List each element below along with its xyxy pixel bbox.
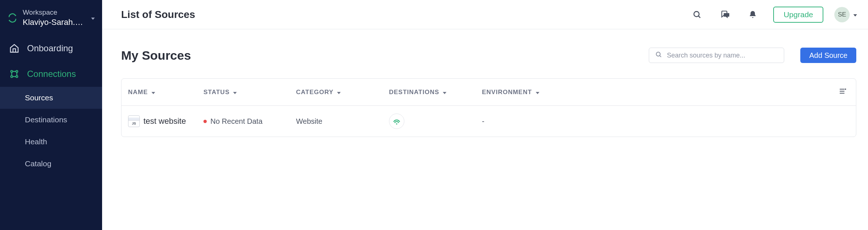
upgrade-button[interactable]: Upgrade <box>773 7 823 23</box>
col-status[interactable]: STATUS <box>197 88 289 96</box>
table-body: JS test website No Recent Data Website <box>121 106 856 137</box>
col-name[interactable]: NAME <box>121 88 197 96</box>
sources-table: NAME STATUS CATEGORY DESTINATIONS ENVIRO… <box>121 78 856 137</box>
subnav-health[interactable]: Health <box>0 131 102 153</box>
workspace-switcher[interactable]: Workspace Klaviyo-Sarah.eb... <box>0 0 102 36</box>
connections-icon <box>8 68 20 80</box>
app-logo-icon <box>7 13 18 23</box>
subnav-destinations[interactable]: Destinations <box>0 109 102 131</box>
col-category[interactable]: CATEGORY <box>289 88 382 96</box>
main: List of Sources Upgrade SE My Sources <box>102 0 868 230</box>
search-input[interactable] <box>667 52 778 59</box>
svg-point-7 <box>656 52 661 56</box>
nav-connections[interactable]: Connections <box>0 61 102 87</box>
svg-point-8 <box>396 123 397 125</box>
chevron-down-icon <box>91 15 95 21</box>
sort-icon <box>151 88 155 96</box>
category-text: Website <box>296 117 322 126</box>
sidebar: Workspace Klaviyo-Sarah.eb... Onboarding… <box>0 0 102 230</box>
source-name: test website <box>143 116 186 126</box>
col-environment[interactable]: ENVIRONMENT <box>475 88 541 96</box>
svg-point-0 <box>15 15 16 16</box>
svg-point-1 <box>9 20 10 21</box>
chat-icon[interactable] <box>718 7 732 22</box>
topbar: List of Sources Upgrade SE <box>102 0 868 29</box>
col-destinations-label: DESTINATIONS <box>389 89 439 96</box>
svg-point-3 <box>16 71 18 73</box>
subnav-sources[interactable]: Sources <box>0 87 102 109</box>
nav-connections-label: Connections <box>27 69 76 79</box>
nav-onboarding-label: Onboarding <box>27 43 73 53</box>
svg-point-5 <box>16 76 18 78</box>
table-row[interactable]: JS test website No Recent Data Website <box>121 106 856 137</box>
source-type-icon: JS <box>128 115 140 127</box>
col-environment-label: ENVIRONMENT <box>482 89 532 96</box>
home-icon <box>8 42 20 55</box>
svg-point-4 <box>11 76 12 78</box>
sort-icon <box>337 88 341 96</box>
status-dot-icon <box>203 120 207 123</box>
nav-onboarding[interactable]: Onboarding <box>0 36 102 61</box>
status-text: No Recent Data <box>210 117 262 126</box>
chevron-down-icon <box>853 11 857 18</box>
topbar-actions <box>690 7 760 22</box>
bell-icon[interactable] <box>745 7 760 22</box>
section-title: My Sources <box>121 48 191 63</box>
col-destinations[interactable]: DESTINATIONS <box>382 88 475 96</box>
section-header: My Sources Add Source <box>121 48 856 63</box>
svg-point-2 <box>11 71 12 73</box>
col-settings[interactable] <box>541 87 856 97</box>
add-source-button[interactable]: Add Source <box>800 48 856 63</box>
search-icon <box>655 51 662 60</box>
subnav-catalog[interactable]: Catalog <box>0 153 102 175</box>
environment-text: - <box>482 117 484 126</box>
workspace-label: Workspace <box>23 8 86 17</box>
svg-point-6 <box>694 11 699 16</box>
sort-icon <box>233 88 237 96</box>
sort-icon <box>536 88 539 96</box>
table-header: NAME STATUS CATEGORY DESTINATIONS ENVIRO… <box>121 79 856 106</box>
col-status-label: STATUS <box>203 89 229 96</box>
user-menu[interactable]: SE <box>834 7 857 22</box>
search-sources[interactable] <box>649 48 784 63</box>
page-title: List of Sources <box>121 9 195 21</box>
connections-subnav: Sources Destinations Health Catalog <box>0 87 102 175</box>
col-category-label: CATEGORY <box>296 89 333 96</box>
col-name-label: NAME <box>128 89 148 96</box>
columns-settings-icon <box>838 87 847 97</box>
search-icon[interactable] <box>690 7 704 22</box>
sort-icon <box>443 88 446 96</box>
workspace-name: Klaviyo-Sarah.eb... <box>23 17 86 28</box>
avatar: SE <box>834 7 850 22</box>
destination-badge[interactable] <box>389 114 404 129</box>
content: My Sources Add Source NAME STATUS <box>102 29 868 230</box>
